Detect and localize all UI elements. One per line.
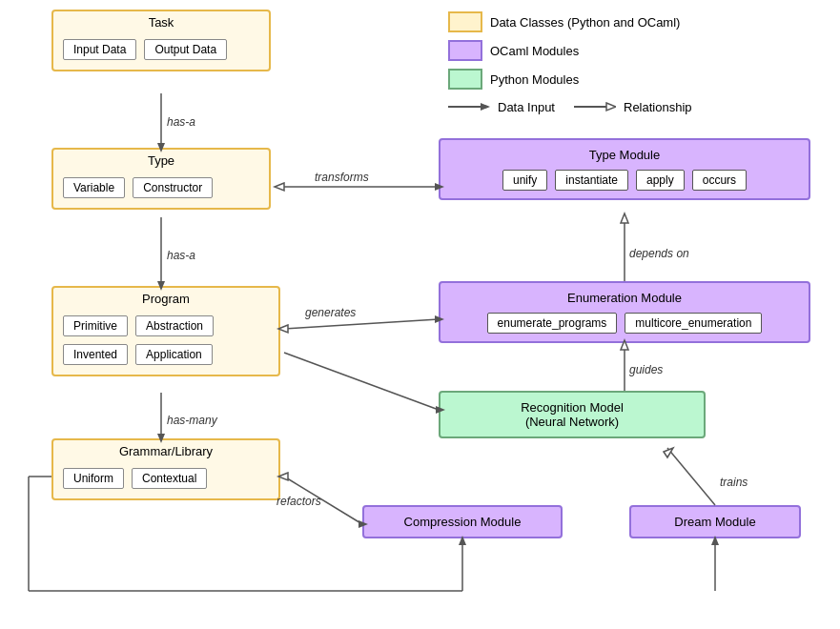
legend-item-yellow: Data Classes (Python and OCaml): [448, 11, 692, 32]
type-title: Type: [53, 150, 269, 172]
grammar-items: Uniform Contextual: [53, 462, 278, 498]
task-title: Task: [53, 11, 269, 33]
grammar-contextual: Contextual: [132, 468, 207, 489]
svg-line-21: [284, 353, 439, 410]
program-box: Program Primitive Abstraction Invented A…: [51, 286, 280, 376]
hollow-arrow-icon: [574, 99, 616, 114]
type-module-instantiate: instantiate: [555, 170, 628, 191]
svg-marker-1: [481, 103, 490, 111]
grammar-title: Grammar/Library: [53, 440, 278, 462]
task-items: Input Data Output Data: [53, 33, 269, 70]
enumeration-module: Enumeration Module enumerate_programs mu…: [439, 281, 810, 343]
program-primitive: Primitive: [63, 315, 128, 336]
svg-marker-34: [664, 448, 673, 457]
svg-text:generates: generates: [305, 306, 356, 319]
svg-marker-28: [621, 213, 628, 223]
svg-line-33: [667, 448, 715, 505]
legend-label-purple: OCaml Modules: [490, 44, 579, 58]
dream-module: Dream Module: [629, 505, 801, 538]
type-module-items: unify instantiate apply occurs: [452, 170, 797, 191]
multicore-enumeration: multicore_enumeration: [625, 313, 762, 334]
type-variable: Variable: [63, 177, 125, 198]
diagram: Data Classes (Python and OCaml) OCaml Mo…: [0, 0, 840, 629]
legend-item-purple: OCaml Modules: [448, 40, 692, 61]
svg-text:trains: trains: [720, 476, 748, 489]
legend-color-purple: [448, 40, 482, 61]
compression-module-title: Compression Module: [376, 515, 549, 529]
task-output-data: Output Data: [144, 39, 227, 60]
svg-text:guides: guides: [629, 363, 663, 376]
svg-text:has-many: has-many: [167, 414, 218, 427]
program-abstraction: Abstraction: [135, 315, 214, 336]
type-module-title: Type Module: [452, 148, 797, 162]
svg-marker-14: [275, 183, 284, 191]
legend-label-green: Python Modules: [490, 72, 579, 87]
legend-item-green: Python Modules: [448, 69, 579, 90]
dream-module-title: Dream Module: [643, 515, 788, 529]
program-application: Application: [135, 344, 213, 365]
compression-module: Compression Module: [362, 505, 563, 538]
legend: Data Classes (Python and OCaml) OCaml Mo…: [448, 11, 692, 114]
recognition-model-title-line1: Recognition Model: [452, 400, 692, 415]
type-box: Type Variable Constructor: [51, 148, 271, 210]
enumeration-module-items: enumerate_programs multicore_enumeration: [452, 313, 797, 334]
program-title: Program: [53, 288, 278, 310]
svg-line-23: [284, 477, 362, 524]
recognition-model: Recognition Model (Neural Network): [439, 391, 706, 438]
grammar-uniform: Uniform: [63, 468, 124, 489]
svg-text:has-a: has-a: [167, 249, 195, 262]
program-items: Primitive Abstraction Invented Applicati…: [53, 310, 263, 375]
recognition-model-title-line2: (Neural Network): [452, 415, 692, 429]
legend-label-data-input: Data Input: [498, 100, 555, 114]
legend-arrow-filled: Data Input: [448, 99, 555, 114]
type-items: Variable Constructor: [53, 172, 269, 208]
svg-line-17: [284, 319, 439, 329]
enumeration-module-title: Enumeration Module: [452, 291, 797, 305]
svg-text:refactors: refactors: [277, 495, 321, 508]
legend-color-yellow: [448, 11, 482, 32]
legend-arrow-hollow: Relationship: [574, 99, 692, 114]
legend-label-yellow: Data Classes (Python and OCaml): [490, 15, 680, 30]
program-invented: Invented: [63, 344, 128, 365]
legend-label-relationship: Relationship: [624, 100, 692, 114]
type-module-occurs: occurs: [692, 170, 747, 191]
task-input-data: Input Data: [63, 39, 136, 60]
type-module: Type Module unify instantiate apply occu…: [439, 138, 810, 200]
svg-text:has-a: has-a: [167, 115, 195, 129]
svg-text:depends on: depends on: [629, 247, 689, 260]
type-module-unify: unify: [502, 170, 547, 191]
legend-color-green: [448, 69, 482, 90]
type-constructor: Constructor: [133, 177, 213, 198]
task-box: Task Input Data Output Data: [51, 10, 271, 71]
filled-arrow-icon: [448, 99, 490, 114]
svg-marker-3: [606, 103, 616, 111]
type-module-apply: apply: [636, 170, 685, 191]
enumeration-programs: enumerate_programs: [487, 313, 618, 334]
grammar-box: Grammar/Library Uniform Contextual: [51, 438, 280, 500]
svg-text:transforms: transforms: [315, 171, 369, 184]
